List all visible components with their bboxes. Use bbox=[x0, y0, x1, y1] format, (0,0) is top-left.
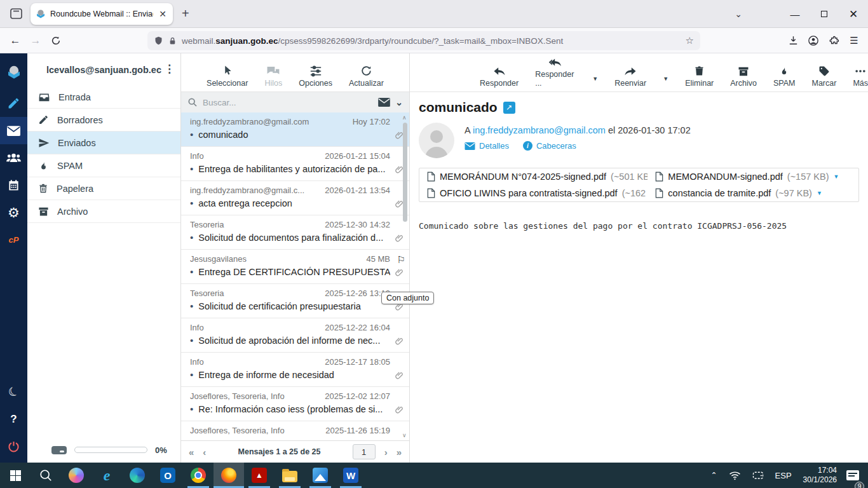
scroll-up-icon[interactable]: ∧ bbox=[402, 114, 407, 121]
first-page-button[interactable]: « bbox=[189, 447, 194, 458]
contacts-icon[interactable] bbox=[0, 144, 27, 172]
attachment-item[interactable]: constancia de tramite.pdf (~97 KB) ▼ bbox=[648, 185, 858, 201]
taskbar-app-chrome[interactable] bbox=[183, 463, 214, 488]
details-link[interactable]: Detalles bbox=[465, 141, 509, 151]
message-row[interactable]: Joseflores, Tesoreria, Info2025-11-26 15… bbox=[181, 421, 409, 440]
notification-center-button[interactable]: 9 bbox=[843, 463, 868, 488]
page-number-input[interactable] bbox=[353, 444, 376, 459]
mark-button[interactable]: Marcar bbox=[811, 65, 836, 88]
options-button[interactable]: Opciones bbox=[299, 65, 332, 88]
extensions-puzzle-icon[interactable] bbox=[824, 31, 844, 50]
browser-tab[interactable]: Roundcube Webmail :: Enviados ✕ bbox=[31, 3, 173, 25]
window-restore-button[interactable] bbox=[810, 0, 839, 28]
attachment-menu-caret-icon[interactable]: ▼ bbox=[817, 190, 822, 196]
message-row[interactable]: ing.freddyzambrano@gmail.comHoy 17:02 •c… bbox=[181, 112, 409, 147]
reply-all-caret-icon[interactable]: ▼ bbox=[592, 76, 598, 88]
attachment-item[interactable]: MEMORÁNDUM N°074-2025-signed.pdf (~501 K… bbox=[419, 168, 648, 185]
help-icon[interactable]: ? bbox=[0, 405, 27, 433]
language-indicator[interactable]: ESP bbox=[770, 463, 797, 488]
forward-button[interactable]: Reenviar bbox=[614, 65, 646, 88]
list-all-tabs-icon[interactable]: ⌄ bbox=[735, 9, 742, 19]
next-page-button[interactable]: › bbox=[384, 447, 388, 458]
sidebar-item-enviados[interactable]: Enviados bbox=[27, 132, 180, 154]
message-row[interactable]: ing.freddyzambrano@gmail.c...2026-01-21 … bbox=[181, 181, 409, 215]
search-scope-envelope-icon[interactable] bbox=[378, 98, 390, 107]
bookmark-star-icon[interactable]: ☆ bbox=[686, 35, 694, 46]
forward-caret-icon[interactable]: ▼ bbox=[663, 76, 668, 88]
sidebar-item-papelera[interactable]: Papelera bbox=[27, 177, 180, 200]
cpanel-icon[interactable]: cP bbox=[0, 226, 27, 254]
list-scrollbar[interactable]: ∧ ∨ bbox=[401, 112, 409, 440]
select-button[interactable]: Seleccionar bbox=[207, 64, 248, 88]
last-page-button[interactable]: » bbox=[397, 447, 402, 458]
headers-link[interactable]: i Cabeceras bbox=[523, 141, 576, 151]
folder-options-kebab-icon[interactable]: ⋮ bbox=[164, 62, 175, 76]
settings-gear-icon[interactable]: ⚙ bbox=[0, 199, 27, 226]
tray-device-icon[interactable] bbox=[747, 463, 770, 488]
message-row[interactable]: Tesoreria2025-12-26 13:13 •Solicitud de … bbox=[181, 284, 409, 318]
calendar-icon[interactable] bbox=[0, 172, 27, 199]
message-row[interactable]: Tesoreria2025-12-30 14:32 •Solicitud de … bbox=[181, 215, 409, 250]
message-row[interactable]: Jesusgavilanes45 MB •Entrega DE CERTIFIC… bbox=[181, 250, 409, 284]
account-icon[interactable] bbox=[803, 31, 824, 50]
message-row[interactable]: Joseflores, Tesoreria, Info2025-12-02 12… bbox=[181, 387, 409, 421]
mail-nav-icon[interactable] bbox=[0, 117, 27, 144]
attachment-item[interactable]: MEMORANDUM-signed.pdf (~157 KB) ▼ bbox=[648, 168, 858, 185]
tab-close-icon[interactable]: ✕ bbox=[158, 9, 168, 19]
message-row[interactable]: Info2026-01-21 15:04 •Entrega de habilit… bbox=[181, 147, 409, 181]
taskbar-app-photos[interactable] bbox=[305, 463, 336, 488]
taskbar-app-file-explorer[interactable] bbox=[275, 463, 305, 488]
downloads-icon[interactable] bbox=[783, 31, 803, 50]
more-button[interactable]: Más bbox=[853, 65, 868, 88]
url-text[interactable]: webmail.sanjuan.gob.ec/cpsess9598262699/… bbox=[182, 36, 681, 46]
taskbar-search-button[interactable] bbox=[31, 463, 61, 488]
start-button[interactable] bbox=[0, 463, 31, 488]
reply-all-button[interactable]: Responder ... bbox=[535, 57, 576, 88]
taskbar-app-acrobat[interactable]: ▲ bbox=[244, 463, 275, 488]
message-row[interactable]: Info2025-12-22 16:04 •Solicitud de aprob… bbox=[181, 318, 409, 353]
compose-icon[interactable] bbox=[0, 90, 27, 117]
message-body-text: Comunicado sobre las gestiones del pago … bbox=[419, 221, 859, 231]
archive-button[interactable]: Archivo bbox=[730, 66, 757, 88]
taskbar-clock[interactable]: 17:0430/1/2026 bbox=[797, 466, 843, 485]
message-subject: Entrega de habilitantes y autorización d… bbox=[198, 164, 390, 174]
back-button[interactable]: ← bbox=[5, 31, 25, 50]
spam-button[interactable]: SPAM bbox=[773, 65, 796, 88]
sidebar-item-spam[interactable]: SPAM bbox=[27, 154, 180, 177]
reply-button[interactable]: Responder bbox=[480, 65, 519, 88]
search-options-chevron-icon[interactable]: ⌄ bbox=[395, 97, 403, 107]
menu-hamburger-icon[interactable]: ☰ bbox=[844, 31, 864, 50]
wifi-icon[interactable] bbox=[723, 463, 747, 488]
attachment-item[interactable]: OFICIO LIWINS para contratista-signed.pd… bbox=[419, 185, 648, 201]
roundcube-favicon bbox=[36, 9, 46, 19]
window-minimize-button[interactable]: — bbox=[780, 0, 810, 28]
sidebar-item-entrada[interactable]: Entrada bbox=[27, 86, 180, 109]
reload-button[interactable] bbox=[46, 31, 66, 50]
lock-icon[interactable] bbox=[168, 36, 177, 46]
open-in-new-window-icon[interactable]: ↗ bbox=[503, 102, 515, 114]
sidebar-item-borradores[interactable]: Borradores bbox=[27, 109, 180, 132]
window-close-button[interactable]: ✕ bbox=[839, 0, 868, 28]
shield-icon[interactable] bbox=[154, 36, 163, 46]
prev-page-button[interactable]: ‹ bbox=[203, 447, 206, 458]
taskbar-app-word[interactable]: W bbox=[336, 463, 366, 488]
delete-button[interactable]: Eliminar bbox=[685, 65, 714, 88]
url-bar[interactable]: webmail.sanjuan.gob.ec/cpsess9598262699/… bbox=[147, 31, 700, 50]
taskbar-app-outlook[interactable]: O bbox=[153, 463, 183, 488]
search-input[interactable] bbox=[203, 98, 373, 107]
sidebar-item-archivo[interactable]: Archivo bbox=[27, 200, 180, 223]
taskbar-app-copilot[interactable] bbox=[61, 463, 92, 488]
attachment-menu-caret-icon[interactable]: ▼ bbox=[834, 173, 839, 180]
refresh-button[interactable]: Actualizar bbox=[349, 65, 384, 88]
tray-show-hidden-icons[interactable]: ⌃ bbox=[705, 463, 723, 488]
logout-power-icon[interactable] bbox=[0, 433, 27, 460]
scroll-down-icon[interactable]: ∨ bbox=[402, 432, 407, 438]
taskbar-app-firefox[interactable] bbox=[214, 463, 244, 488]
recipient-address-link[interactable]: ing.freddyzambrano@gmail.com bbox=[473, 125, 606, 135]
taskbar-app-edge[interactable] bbox=[122, 463, 153, 488]
new-tab-button[interactable]: + bbox=[182, 6, 189, 21]
firefox-view-icon[interactable] bbox=[8, 6, 24, 22]
scrollbar-thumb[interactable] bbox=[403, 123, 407, 222]
message-row[interactable]: Info2025-12-17 18:05 •Entrega de informe… bbox=[181, 353, 409, 387]
taskbar-app-internet-explorer[interactable]: e bbox=[92, 463, 122, 488]
